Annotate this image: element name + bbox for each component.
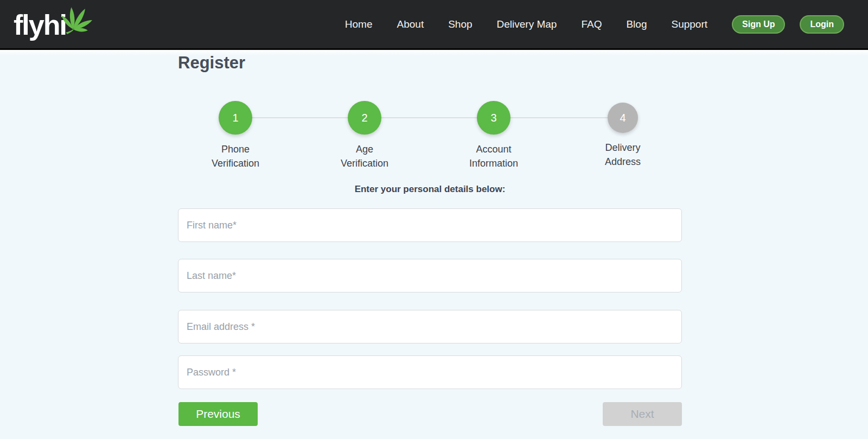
- nav-item-about[interactable]: About: [397, 18, 424, 30]
- step-phone-verification: 1 Phone Verification: [171, 101, 300, 170]
- step-label: Phone Verification: [212, 142, 259, 170]
- nav-item-faq[interactable]: FAQ: [581, 18, 602, 30]
- nav-item-delivery-map[interactable]: Delivery Map: [497, 18, 557, 30]
- login-button[interactable]: Login: [800, 15, 844, 34]
- email-input[interactable]: [178, 310, 682, 343]
- main-nav: Home About Shop Delivery Map FAQ Blog Su…: [345, 15, 868, 34]
- step-number-badge: 1: [219, 101, 252, 135]
- signup-button[interactable]: Sign Up: [732, 15, 785, 34]
- previous-button[interactable]: Previous: [178, 402, 258, 426]
- header-glow: [0, 50, 868, 55]
- last-name-input[interactable]: [178, 259, 682, 292]
- form-heading: Enter your personal details below:: [178, 184, 682, 195]
- brand-logo-text: flyhi: [14, 11, 66, 39]
- step-label: Age Verification: [341, 142, 388, 170]
- page-title: Register: [178, 53, 245, 73]
- cannabis-leaf-icon: [59, 1, 107, 35]
- brand-logo[interactable]: flyhi: [14, 8, 106, 46]
- step-account-information: 3 Account Information: [429, 101, 558, 170]
- step-number-badge: 3: [477, 101, 510, 135]
- step-age-verification: 2 Age Verification: [300, 101, 429, 170]
- next-button[interactable]: Next: [603, 402, 682, 426]
- nav-item-blog[interactable]: Blog: [626, 18, 647, 30]
- registration-stepper: 1 Phone Verification 2 Age Verification …: [171, 101, 687, 170]
- nav-item-shop[interactable]: Shop: [448, 18, 472, 30]
- step-delivery-address: 4 Delivery Address: [558, 101, 687, 170]
- step-number-badge: 4: [608, 103, 638, 133]
- step-number-badge: 2: [348, 101, 381, 135]
- password-input[interactable]: [178, 355, 682, 389]
- nav-item-home[interactable]: Home: [345, 18, 373, 30]
- step-label: Delivery Address: [605, 141, 641, 169]
- first-name-input[interactable]: [178, 208, 682, 242]
- site-header: flyhi Home About Shop Delivery Map FAQ B…: [0, 0, 868, 50]
- step-label: Account Information: [469, 142, 518, 170]
- nav-item-support[interactable]: Support: [671, 18, 707, 30]
